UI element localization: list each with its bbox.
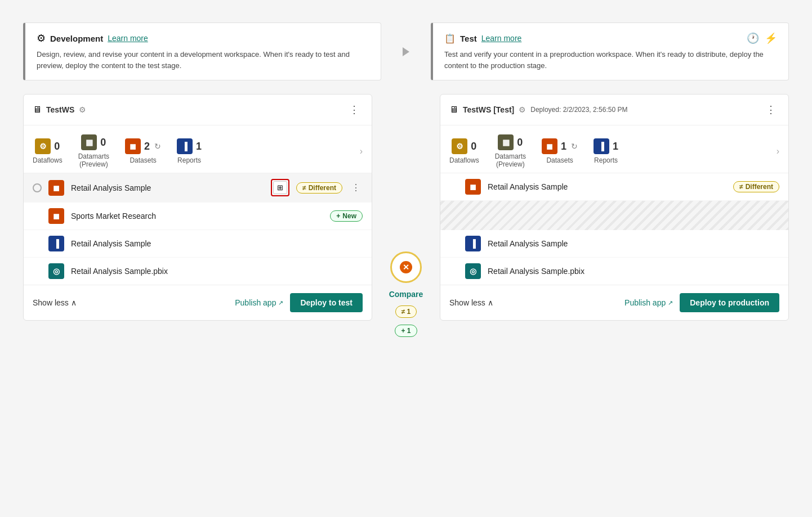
lightning-icon-btn[interactable]: ⚡ [765,32,777,44]
dev-stat-datasets-icon-num: ◼ 2 ↻ [125,138,161,154]
test-stat-dataflows: ⚙ 0 Dataflows [449,138,479,164]
test-report-icon: ▐ [594,138,609,154]
dev-stat-dataflows: ⚙ 0 Dataflows [33,138,63,164]
dev-stats-row: ⚙ 0 Dataflows ▦ 0 Datamarts(Preview) [24,125,372,173]
test-stat-dataflows-icon-num: ⚙ 0 [452,138,476,154]
test-publish-app-btn[interactable]: Publish app ↗ [624,298,673,307]
test-datamart-icon: ▦ [498,134,514,150]
test-deploy-btn[interactable]: Deploy to production [680,293,779,312]
dev-stats-next-arrow[interactable]: › [360,146,363,156]
test-item-retail-dataset: ◼ Retail Analysis Sample ≠ Different [440,173,788,201]
plus-icon: + [336,212,340,220]
dev-item-retail-dataset: ◼ Retail Analysis Sample ⊞ ≠ Different ⋮ [24,173,372,203]
dev-item-retail-name: Retail Analysis Sample [71,183,264,192]
datamart-icon: ▦ [81,134,97,150]
different-icon: ≠ [302,184,306,192]
dev-datasets-count: 2 [144,141,150,152]
test-workspace-icon: 🖥 [449,105,458,115]
dev-more-btn[interactable]: ⋮ [346,102,363,117]
dev-panel-title: Development [50,34,103,43]
test-workspace-header: 🖥 TestWS [Test] ⚙ Deployed: 2/2/2023, 2:… [440,95,788,125]
dev-reports-label: Reports [177,156,201,164]
dataflow-icon: ⚙ [35,138,51,154]
dev-stat-reports: ▐ 1 Reports [177,138,202,164]
dev-retail-more-btn[interactable]: ⋮ [349,181,363,194]
test-item-pbix-icon: ◎ [465,263,481,279]
test-panel-header: 📋 Test Learn more 🕐 ⚡ [444,32,777,44]
test-stats-next-arrow[interactable]: › [777,146,779,156]
dev-workspace-panel: 🖥 TestWS ⚙ ⋮ ⚙ 0 Dataflows ▦ [23,94,372,321]
test-show-less-btn[interactable]: Show less ∧ [449,298,493,307]
compare-section: ✕ Compare ≠ 1 + 1 [372,94,440,337]
dev-item-sports-dataset: ◼ Sports Market Research + New [24,203,372,230]
test-stat-reports: ▐ 1 Reports [594,138,618,164]
dev-stat-dataflows-icon-num: ⚙ 0 [35,138,60,154]
dev-item-retail-pbix: ◎ Retail Analysis Sample.pbix [24,258,372,285]
test-datamarts-label: Datamarts(Preview) [495,152,526,168]
test-empty-dashed-area [440,201,788,230]
dev-workspace-settings-icon: ⚙ [79,105,86,114]
test-stat-datasets: ◼ 1 ↻ Datasets [542,138,578,164]
test-item-report-icon: ▐ [465,236,481,251]
dev-item-report-name: Retail Analysis Sample [71,239,363,248]
dev-publish-app-btn[interactable]: Publish app ↗ [235,298,283,307]
test-item-retail-pbix: ◎ Retail Analysis Sample.pbix [440,258,788,285]
report-icon: ▐ [177,138,193,154]
test-stats-row: ⚙ 0 Dataflows ▦ 0 Datamarts(Preview) [440,125,788,173]
test-item-dataset-icon: ◼ [465,179,481,195]
test-panel-title: Test [460,34,477,43]
dev-stat-datamarts: ▦ 0 Datamarts(Preview) [78,134,109,168]
compare-new-badge: + 1 [395,325,417,337]
dev-dataflows-label: Dataflows [33,156,63,164]
compare-btn-highlight: ⊞ [271,179,289,196]
test-item-retail-report: ▐ Retail Analysis Sample [440,230,788,258]
test-datamarts-count: 0 [517,137,523,149]
dev-item-retail-report: ▐ Retail Analysis Sample [24,230,372,258]
test-learn-more-link[interactable]: Learn more [481,34,522,43]
test-content-list: ◼ Retail Analysis Sample ≠ Different ▐ R… [440,173,788,285]
dev-item-sports-icon: ◼ [48,208,64,224]
arrow-right-icon [403,47,409,56]
main-panels: 🖥 TestWS ⚙ ⋮ ⚙ 0 Dataflows ▦ [23,94,789,337]
dev-item-radio[interactable] [33,183,42,192]
dev-info-panel: ⚙ Development Learn more Design, review,… [23,23,381,80]
test-datasets-label: Datasets [546,156,573,164]
dev-stat-reports-icon-num: ▐ 1 [177,138,202,154]
test-workspace-panel: 🖥 TestWS [Test] ⚙ Deployed: 2/2/2023, 2:… [440,94,789,321]
wrench-icon: ⚙ [37,32,46,44]
test-dataset-icon: ◼ [542,138,557,154]
dev-learn-more-link[interactable]: Learn more [108,34,148,43]
test-dataflows-label: Dataflows [449,156,479,164]
test-retail-different-badge: ≠ Different [733,181,779,192]
dev-panel-footer: Show less ∧ Publish app ↗ Deploy to test [24,285,372,320]
test-refresh-icon: ↻ [571,142,578,151]
compare-icon-button[interactable]: ⊞ [273,181,287,194]
dev-deploy-btn[interactable]: Deploy to test [290,293,363,312]
dev-show-less-btn[interactable]: Show less ∧ [33,298,77,307]
dev-content-list: ◼ Retail Analysis Sample ⊞ ≠ Different ⋮ [24,173,372,285]
dev-show-less-label: Show less [33,298,69,307]
test-retail-pbix-name: Retail Analysis Sample.pbix [488,267,779,276]
dev-stat-datamarts-icon-num: ▦ 0 [81,134,106,150]
dev-reports-count: 1 [196,141,202,152]
test-panel-footer: Show less ∧ Publish app ↗ Deploy to prod… [440,285,788,320]
test-stat-reports-icon-num: ▐ 1 [594,138,618,154]
dev-workspace-icon: 🖥 [33,105,42,115]
test-publish-app-label: Publish app [624,298,666,307]
compare-label[interactable]: Compare [389,290,423,299]
dev-panel-desc: Design, review, and revise your content … [37,49,369,71]
top-panels: ⚙ Development Learn more Design, review,… [23,23,789,80]
refresh-icon: ↻ [154,142,161,151]
history-icon-btn[interactable]: 🕐 [747,32,759,44]
dev-workspace-name: TestWS [46,105,74,114]
test-more-btn[interactable]: ⋮ [762,102,779,117]
test-panel-actions: 🕐 ⚡ [747,32,777,44]
dev-to-test-arrow [395,47,417,56]
dev-datamarts-label: Datamarts(Preview) [78,152,109,168]
dev-retail-different-badge: ≠ Different [296,182,342,194]
dataset-icon: ◼ [125,138,141,154]
test-stat-datasets-icon-num: ◼ 1 ↻ [542,138,578,154]
test-retail-report-name: Retail Analysis Sample [488,239,779,248]
dev-workspace-header: 🖥 TestWS ⚙ ⋮ [24,95,372,125]
dev-item-dataset-icon: ◼ [48,180,64,196]
